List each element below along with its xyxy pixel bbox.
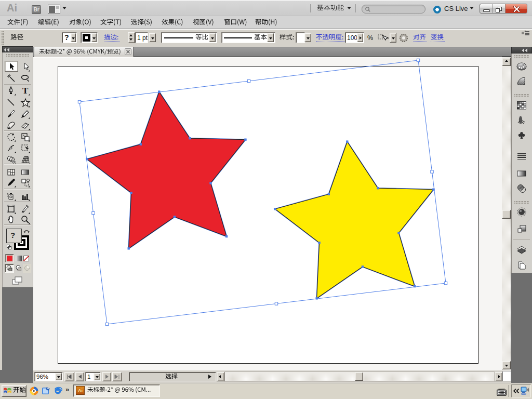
- svg-text:T: T: [22, 86, 29, 96]
